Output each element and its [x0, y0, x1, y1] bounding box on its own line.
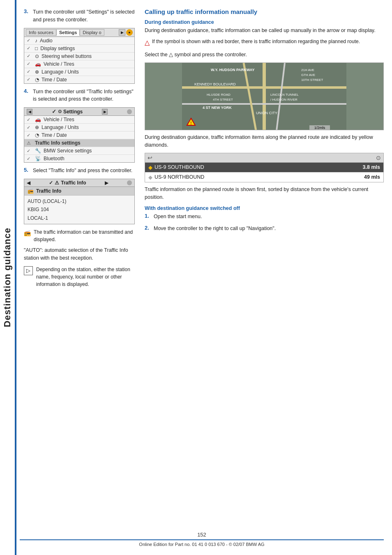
note-2-text: "AUTO": automatic selection of the Traff…	[24, 246, 135, 263]
settings-header: ◀ ✓ ⊙ Settings ▶	[24, 108, 134, 116]
arrow-note-icon: ▷	[24, 266, 33, 275]
warning-triangle-icon: △	[145, 38, 150, 48]
menu-item-display-settings[interactable]: ✓ □ Display settings	[24, 45, 134, 53]
traffic-back-icon[interactable]: ↩	[148, 154, 152, 161]
station-kbig[interactable]: KBIG 104	[28, 205, 131, 214]
para-select-symbol: Select the △ symbol and press the contro…	[145, 51, 384, 59]
traffic-row-1[interactable]: ◆ US-9 SOUTHBOUND 3.8 mls	[145, 163, 383, 173]
note-1: 📻 The traffic information can be transmi…	[24, 228, 135, 243]
step-4: 4. Turn the controller until "Traffic In…	[24, 88, 135, 104]
svg-text:KENNEDY BOULEVARD: KENNEDY BOULEVARD	[194, 82, 236, 86]
settings-indicator	[127, 109, 132, 114]
menu2-traffic[interactable]: ⚠ Traffic Info settings	[24, 139, 134, 147]
tab-settings[interactable]: Settings	[56, 29, 80, 36]
menu2-time[interactable]: ✓ ◔ Time / Date	[24, 131, 134, 139]
step-5: 5. Select "Traffic Info" and press the c…	[24, 167, 135, 175]
main-heading: Calling up traffic information manually	[145, 8, 384, 15]
arrow-note: ▷ Depending on the station, either the s…	[24, 266, 135, 288]
menu2-bmw-service[interactable]: ✓ 🔧 BMW Service settings	[24, 147, 134, 155]
para-traffic-info: Traffic information on the planned route…	[145, 186, 384, 202]
nav-btn-play[interactable]: ▶	[119, 29, 125, 36]
station-local1[interactable]: LOCAL-1	[28, 214, 131, 222]
svg-text:/ HUDSON RIVER: / HUDSON RIVER	[270, 98, 297, 101]
traffic-forward-icon[interactable]: ⊙	[376, 154, 381, 161]
step-3: 3. Turn the controller until "Settings" …	[24, 8, 135, 24]
main-content: 3. Turn the controller until "Settings" …	[20, 0, 392, 299]
menu-box-1: Info sources Settings Display o ▶ ● ✓ ♪ …	[24, 28, 135, 84]
step-off-1: 1. Open the start menu.	[145, 213, 384, 221]
step-5-number: 5.	[24, 167, 30, 175]
station-auto[interactable]: AUTO (LOCAL-1)	[28, 197, 131, 205]
menu-box-2: ◀ ✓ ⊙ Settings ▶ ✓ 🚗 Vehicle / Tires ✓	[24, 107, 135, 163]
traffic-info-row[interactable]: 📻 Traffic Info	[24, 187, 134, 196]
step-5-text: Select "Traffic Info" and press the cont…	[33, 167, 132, 175]
step-4-number: 4.	[24, 88, 30, 104]
menu-item-language[interactable]: ✓ ⊕ Language / Units	[24, 68, 134, 76]
map-display: W.Y. HUDSON PARKWAY 21H AVE GTH AVE 10TH…	[145, 62, 384, 130]
menu-item-steering[interactable]: ✓ ⊙ Steering wheel buttons	[24, 53, 134, 60]
step-off-1-num: 1.	[145, 213, 150, 221]
svg-text:GTH AVE: GTH AVE	[301, 73, 315, 77]
para-diamonds: During destination guidance, traffic inf…	[145, 134, 384, 150]
map-svg: W.Y. HUDSON PARKWAY 21H AVE GTH AVE 10TH…	[145, 63, 383, 130]
svg-text:10TH STREET: 10TH STREET	[301, 78, 323, 82]
para-during-1: During destination guidance, traffic inf…	[145, 27, 384, 35]
settings-arrow-left[interactable]: ◀	[27, 109, 32, 115]
tab-info-sources[interactable]: Info sources	[26, 29, 56, 36]
sub-heading-during: During destination guidance	[145, 19, 384, 25]
traffic-header-label: ✓ ⚠ Traffic Info	[49, 180, 86, 186]
svg-text:4 ST NEW YORK: 4 ST NEW YORK	[203, 106, 232, 110]
svg-text:W.Y. HUDSON PARKWAY: W.Y. HUDSON PARKWAY	[211, 68, 255, 72]
warning-note: △ If the symbol is shown with a red bord…	[145, 38, 384, 48]
tab-display[interactable]: Display o	[80, 29, 104, 36]
footer-divider	[20, 539, 384, 540]
traffic-arrow-right[interactable]: ▶	[105, 180, 108, 186]
step-off-1-text: Open the start menu.	[154, 213, 202, 221]
menu-item-vehicle[interactable]: ✓ 🚗 Vehicle / Tires	[24, 60, 134, 68]
two-column-layout: 3. Turn the controller until "Settings" …	[24, 8, 384, 291]
traffic-menu-header: ◀ ✓ ⚠ Traffic Info ▶	[24, 179, 134, 187]
menu2-language[interactable]: ✓ ⊕ Language / Units	[24, 124, 134, 131]
menu2-bluetooth[interactable]: ✓ 📡 Bluetooth	[24, 155, 134, 162]
svg-text:LINCOLN TUNNEL: LINCOLN TUNNEL	[270, 93, 299, 97]
nav-btn-dot[interactable]: ●	[126, 29, 133, 36]
menu-box-3: ◀ ✓ ⚠ Traffic Info ▶ 📻 Traffic Info AUTO…	[24, 179, 135, 224]
traffic-row-2[interactable]: ◆ US-9 NORTHBOUND 49 mls	[145, 173, 383, 182]
sub-heading-off: With destination guidance switched off	[145, 205, 384, 211]
right-column: Calling up traffic information manually …	[145, 8, 384, 291]
traffic-table-header: ↩ ⊙	[145, 153, 383, 163]
menu2-vehicle[interactable]: ✓ 🚗 Vehicle / Tires	[24, 116, 134, 124]
menu-1-tabs: Info sources Settings Display o	[26, 29, 104, 36]
sidebar-label: Destination guidance	[0, 0, 15, 555]
traffic-table: ↩ ⊙ ◆ US-9 SOUTHBOUND 3.8 mls ◆ US-9 NOR…	[145, 153, 384, 182]
step-off-2-num: 2.	[145, 225, 150, 233]
page-number: 152	[197, 532, 206, 538]
traffic-indicator	[127, 180, 132, 185]
left-column: 3. Turn the controller until "Settings" …	[24, 8, 135, 291]
svg-text:!: !	[190, 121, 191, 126]
svg-text:4TH STREET: 4TH STREET	[213, 98, 233, 101]
settings-arrow-right[interactable]: ▶	[102, 109, 108, 115]
menu-1-nav-btns: ▶ ●	[119, 29, 133, 36]
step-3-text: Turn the controller until "Settings" is …	[33, 8, 135, 24]
blue-accent-border	[15, 0, 16, 555]
svg-text:21H AVE: 21H AVE	[301, 68, 314, 72]
footer: 152 Online Edition for Part no. 01 41 0 …	[20, 532, 384, 547]
settings-label: ✓ ⊙ Settings	[52, 108, 83, 115]
traffic-arrow-left[interactable]: ◀	[27, 180, 30, 186]
svg-text:HLUSDE ROAD: HLUSDE ROAD	[207, 93, 231, 97]
svg-text:UNION CITY: UNION CITY	[256, 111, 277, 115]
footer-text: Online Edition for Part no. 01 41 0 013 …	[139, 542, 264, 547]
step-off-2-text: Move the controller to the right to call…	[154, 225, 276, 233]
step-off-2: 2. Move the controller to the right to c…	[145, 225, 384, 233]
step-4-text: Turn the controller until "Traffic Info …	[33, 88, 135, 104]
station-list: AUTO (LOCAL-1) KBIG 104 LOCAL-1	[24, 196, 134, 224]
warning-text: If the symbol is shown with a red border…	[152, 38, 360, 45]
step-3-number: 3.	[24, 8, 30, 24]
menu-item-time[interactable]: ✓ ◔ Time / Date	[24, 76, 134, 83]
menu-1-header: Info sources Settings Display o ▶ ●	[24, 28, 134, 37]
menu-item-audio[interactable]: ✓ ♪ Audio	[24, 37, 134, 45]
svg-text:1/2mls: 1/2mls	[314, 126, 325, 130]
